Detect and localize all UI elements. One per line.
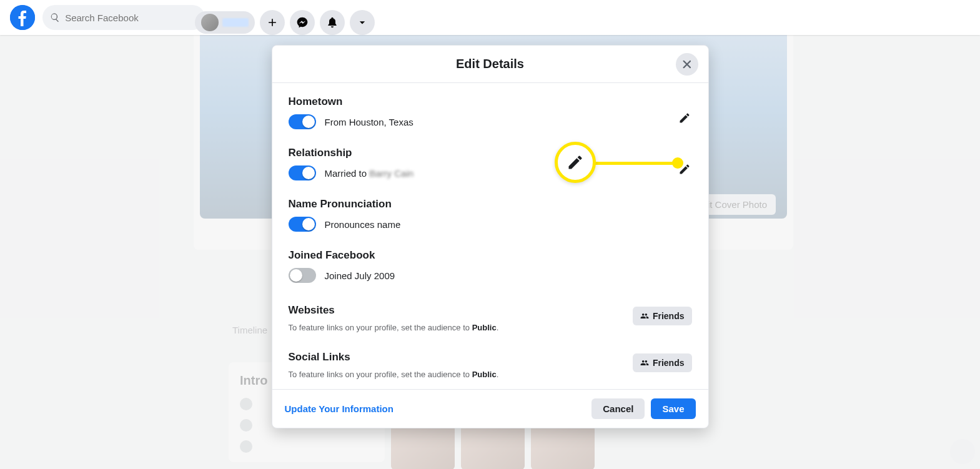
facebook-logo[interactable]	[10, 5, 35, 30]
section-title-pronunciation: Name Pronunciation	[289, 198, 692, 210]
websites-subtext: To feature links on your profile, set th…	[289, 323, 692, 332]
messenger-button[interactable]	[290, 10, 315, 35]
social-audience-button[interactable]: Friends	[633, 353, 692, 372]
edit-details-modal: Edit Details Hometown From Houston, Texa…	[272, 45, 709, 428]
section-title-websites: Websites	[289, 304, 692, 317]
section-relationship: Relationship Married to Barry Cain	[289, 147, 692, 180]
account-menu-button[interactable]	[350, 10, 375, 35]
social-subtext: To feature links on your profile, set th…	[289, 370, 692, 379]
websites-audience-label: Friends	[653, 311, 685, 321]
toggle-relationship[interactable]	[289, 165, 316, 180]
modal-footer: Update Your Information Cancel Save	[272, 389, 708, 428]
cancel-button[interactable]: Cancel	[591, 398, 645, 419]
plus-icon	[266, 16, 279, 29]
search-wrap[interactable]	[42, 5, 205, 30]
search-icon	[50, 12, 60, 23]
friends-icon	[640, 312, 649, 320]
profile-chip[interactable]	[195, 11, 255, 34]
section-title-relationship: Relationship	[289, 147, 692, 159]
section-title-joined: Joined Facebook	[289, 249, 692, 262]
section-title-hometown: Hometown	[289, 96, 692, 108]
close-button[interactable]	[676, 53, 698, 76]
hometown-text: From Houston, Texas	[325, 117, 413, 127]
pencil-icon	[678, 163, 691, 175]
topbar-right	[195, 10, 375, 35]
pronunciation-text: Pronounces name	[325, 219, 401, 230]
toggle-joined[interactable]	[289, 268, 316, 283]
save-button[interactable]: Save	[651, 398, 695, 419]
profile-name-blurred	[222, 18, 249, 27]
notifications-button[interactable]	[320, 10, 345, 35]
section-social: Social Links To feature links on your pr…	[289, 351, 692, 379]
section-pronunciation: Name Pronunciation Pronounces name	[289, 198, 692, 232]
edit-relationship-button[interactable]	[677, 162, 692, 177]
toggle-hometown[interactable]	[289, 114, 316, 129]
update-information-link[interactable]: Update Your Information	[285, 403, 393, 414]
chevron-down-icon	[356, 16, 369, 29]
modal-title: Edit Details	[456, 57, 524, 71]
friends-icon	[640, 358, 649, 367]
bell-icon	[326, 16, 339, 29]
toggle-pronunciation[interactable]	[289, 217, 316, 232]
create-button[interactable]	[260, 10, 285, 35]
edit-hometown-button[interactable]	[677, 111, 692, 126]
pencil-icon	[678, 112, 691, 124]
joined-text: Joined July 2009	[325, 270, 395, 281]
section-joined: Joined Facebook Joined July 2009	[289, 249, 692, 283]
relationship-text: Married to Barry Cain	[325, 168, 414, 179]
close-icon	[681, 58, 693, 71]
section-websites: Websites To feature links on your profil…	[289, 304, 692, 332]
topbar	[0, 0, 980, 35]
modal-body: Hometown From Houston, Texas Relationshi…	[272, 83, 708, 389]
messenger-icon	[296, 16, 309, 29]
section-title-social: Social Links	[289, 351, 692, 363]
websites-audience-button[interactable]: Friends	[633, 307, 692, 325]
avatar	[201, 14, 219, 31]
social-audience-label: Friends	[653, 358, 685, 368]
modal-header: Edit Details	[272, 46, 708, 83]
section-hometown: Hometown From Houston, Texas	[289, 96, 692, 129]
search-input[interactable]	[65, 12, 197, 23]
